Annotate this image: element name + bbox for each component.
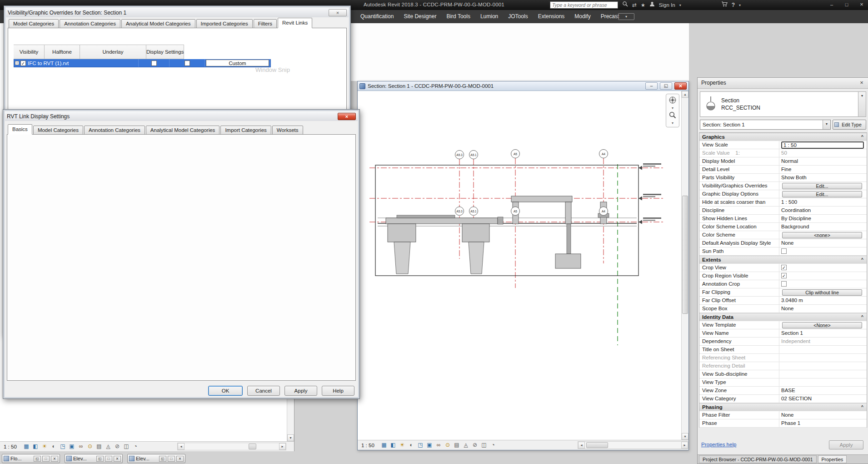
- scroll-right-icon[interactable]: [681, 442, 688, 449]
- close-button[interactable]: [338, 113, 356, 120]
- sun-path-icon[interactable]: ☀: [398, 441, 406, 449]
- exchange-icon[interactable]: [632, 0, 637, 10]
- chevron-down-icon[interactable]: [672, 121, 673, 125]
- crop-view-icon[interactable]: ◳: [416, 441, 424, 449]
- dialog-tab[interactable]: Analytical Model Categories: [146, 126, 220, 135]
- property-value[interactable]: Phase 1: [779, 419, 867, 427]
- property-row[interactable]: Extents: [699, 256, 867, 264]
- view-scale-button[interactable]: 1 : 50: [0, 444, 22, 449]
- vertical-scrollbar[interactable]: [681, 91, 688, 440]
- property-value[interactable]: 3.0480 m: [779, 297, 867, 304]
- halftone-checkbox[interactable]: [151, 61, 157, 66]
- column-header[interactable]: Visibility: [14, 45, 45, 59]
- property-value[interactable]: [779, 346, 867, 353]
- show-crop-region-icon[interactable]: ▣: [425, 441, 434, 449]
- shadows-icon[interactable]: ◐: [407, 441, 415, 449]
- property-value[interactable]: [779, 370, 867, 378]
- property-value[interactable]: 02 SECTION: [779, 395, 867, 403]
- crop-view-icon[interactable]: ◳: [59, 443, 67, 451]
- ribbon-tab[interactable]: Site Designer: [399, 10, 441, 23]
- property-value[interactable]: None: [779, 305, 867, 313]
- close-button[interactable]: [329, 9, 347, 16]
- search-binoculars-icon[interactable]: [622, 0, 628, 10]
- scroll-left-icon[interactable]: [578, 442, 585, 449]
- property-value[interactable]: <none>: [779, 231, 867, 239]
- property-row[interactable]: Hide at scales coarser than 1 : 500: [699, 198, 867, 207]
- close-button[interactable]: [856, 0, 867, 10]
- property-row[interactable]: Phase Filter None: [699, 411, 867, 419]
- scroll-up-icon[interactable]: [682, 91, 688, 98]
- dialog-tab[interactable]: Analytical Model Categories: [121, 19, 195, 28]
- ribbon-tab[interactable]: Lumion: [475, 10, 503, 23]
- property-row[interactable]: View Sub-discipline: [699, 370, 867, 378]
- ribbon-tab[interactable]: Bird Tools: [441, 10, 475, 23]
- property-value[interactable]: Clip without line: [779, 288, 867, 296]
- property-row[interactable]: Dependency Independent: [699, 338, 867, 346]
- restore-button[interactable]: [34, 456, 41, 462]
- temporary-view-properties-icon[interactable]: ▤: [453, 441, 461, 449]
- scroll-thumb[interactable]: [586, 442, 608, 448]
- collapse-icon[interactable]: [861, 257, 863, 262]
- property-value[interactable]: [779, 272, 867, 280]
- show-crop-region-icon[interactable]: ▣: [68, 443, 76, 451]
- property-value[interactable]: [779, 354, 867, 362]
- property-row[interactable]: Annotation Crop: [699, 280, 867, 288]
- property-value[interactable]: [779, 264, 867, 272]
- property-value[interactable]: Normal: [779, 157, 867, 165]
- property-value[interactable]: Independent: [779, 338, 867, 345]
- scroll-down-icon[interactable]: [287, 434, 294, 441]
- property-value[interactable]: None: [779, 239, 867, 247]
- property-row[interactable]: Visibility/Graphics Overrides Edit...: [699, 182, 867, 190]
- search-input[interactable]: [550, 1, 618, 9]
- property-value[interactable]: Edit...: [779, 182, 867, 190]
- property-row[interactable]: Title on Sheet: [699, 346, 867, 354]
- horizontal-scrollbar[interactable]: [177, 443, 286, 450]
- minimized-view-window[interactable]: Elev...: [127, 454, 185, 463]
- steering-wheel-icon[interactable]: [668, 96, 677, 106]
- restore-button[interactable]: [96, 456, 104, 462]
- ribbon-tab[interactable]: Extensions: [533, 10, 570, 23]
- property-row[interactable]: View Zone BASE: [699, 387, 867, 395]
- property-value[interactable]: Background: [779, 223, 867, 231]
- property-row[interactable]: Referencing Sheet: [699, 354, 867, 362]
- checkbox[interactable]: [781, 248, 787, 254]
- dialog-tab[interactable]: Revit Links: [278, 18, 312, 28]
- property-row[interactable]: Far Clip Offset 3.0480 m: [699, 297, 867, 305]
- table-row-selected[interactable]: IFC to RVT (1).rvt Custom: [14, 59, 271, 67]
- property-value[interactable]: Coordination: [779, 207, 867, 214]
- property-row[interactable]: Crop Region Visible: [699, 272, 867, 280]
- property-row[interactable]: Graphics: [699, 133, 867, 141]
- temporary-hide-isolate-icon[interactable]: ∞: [434, 441, 443, 449]
- property-value[interactable]: Edit...: [779, 190, 867, 198]
- scroll-right-icon[interactable]: [279, 443, 286, 450]
- type-selector[interactable]: Section RCC_SECTION: [700, 91, 866, 117]
- dialog-tab[interactable]: Model Categories: [33, 126, 83, 135]
- favorites-icon[interactable]: [641, 0, 645, 10]
- close-button[interactable]: [114, 456, 121, 462]
- collapse-icon[interactable]: [861, 314, 863, 319]
- property-value[interactable]: Show Both: [779, 174, 867, 182]
- sun-path-icon[interactable]: ☀: [40, 443, 49, 451]
- minimized-view-window[interactable]: Flo...: [2, 454, 60, 463]
- checkbox[interactable]: [781, 273, 787, 278]
- ribbon-tab[interactable]: Quantification: [355, 10, 399, 23]
- checkbox[interactable]: [781, 281, 787, 287]
- dialog-button[interactable]: Cancel: [247, 386, 280, 396]
- property-row[interactable]: Graphic Display Options Edit...: [699, 190, 867, 198]
- ribbon-display-toggle[interactable]: [618, 13, 634, 20]
- dialog-button[interactable]: Help: [322, 386, 354, 396]
- property-row[interactable]: Scale Value 1: 50: [699, 149, 867, 157]
- properties-help-link[interactable]: Properties help: [701, 442, 736, 447]
- property-row[interactable]: Color Scheme <none>: [699, 231, 867, 239]
- property-row[interactable]: Parts Visibility Show Both: [699, 174, 867, 182]
- palette-header[interactable]: Properties: [698, 78, 868, 89]
- worksharing-display-icon[interactable]: ◫: [122, 443, 130, 451]
- property-row[interactable]: Sun Path: [699, 247, 867, 256]
- property-value[interactable]: <None>: [779, 321, 867, 329]
- dialog-tab[interactable]: Model Categories: [9, 19, 59, 28]
- checkbox[interactable]: [781, 265, 787, 270]
- property-row[interactable]: Phasing: [699, 403, 867, 411]
- expand-icon[interactable]: [15, 61, 19, 65]
- property-row[interactable]: Detail Level Fine: [699, 166, 867, 174]
- view-scale-button[interactable]: 1 : 50: [358, 443, 379, 448]
